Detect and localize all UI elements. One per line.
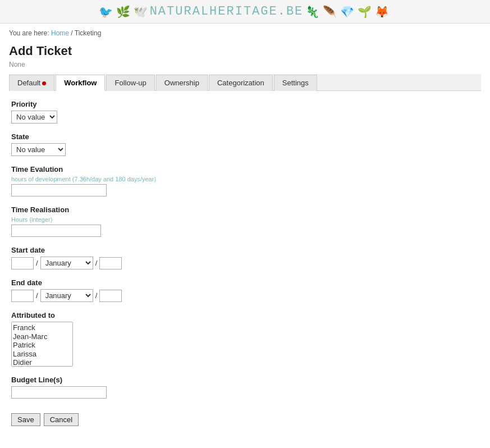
time-realisation-input[interactable] bbox=[11, 225, 101, 237]
time-evalution-input[interactable] bbox=[11, 184, 107, 196]
end-date-group: End date / January February March April … bbox=[11, 278, 479, 302]
tab-followup[interactable]: Follow-up bbox=[106, 75, 154, 91]
attributed-option-larissa: Larissa bbox=[13, 350, 71, 359]
attributed-option-patrick: Patrick bbox=[13, 341, 71, 350]
breadcrumb: You are here: Home / Ticketing bbox=[0, 24, 490, 40]
attributed-to-listbox[interactable]: Franck Jean-Marc Patrick Larissa Didier bbox=[11, 322, 73, 367]
start-date-year[interactable] bbox=[99, 257, 122, 269]
time-realisation-label: Time Realisation bbox=[11, 205, 479, 214]
button-row: Save Cancel bbox=[11, 408, 479, 426]
start-date-label: Start date bbox=[11, 246, 479, 254]
breadcrumb-label: You are here: bbox=[9, 29, 49, 37]
logo-icon-gem: 💎 bbox=[340, 5, 354, 19]
tab-categorization[interactable]: Categorization bbox=[209, 75, 273, 91]
priority-label: Priority bbox=[11, 100, 479, 108]
state-group: State No value Open In Progress Resolved… bbox=[11, 132, 479, 156]
save-button[interactable]: Save bbox=[11, 413, 40, 426]
logo-icons-right: 🦎 🪶 💎 🌱 🦊 bbox=[305, 5, 389, 19]
time-evalution-group: Time Evalution hours of development (7.3… bbox=[11, 165, 479, 196]
budget-lines-label: Budget Line(s) bbox=[11, 376, 479, 384]
start-date-row: / January February March April May June … bbox=[11, 257, 479, 269]
logo-icon-feather: 🪶 bbox=[323, 5, 337, 19]
logo-icon-wing: 🕊️ bbox=[134, 5, 148, 19]
tab-categorization-label: Categorization bbox=[217, 79, 264, 87]
end-date-sep1: / bbox=[36, 291, 38, 300]
tab-default-label: Default bbox=[17, 79, 40, 87]
attributed-option-jeanmarc: Jean-Marc bbox=[13, 332, 71, 341]
page-title: Add Ticket bbox=[0, 40, 490, 60]
logo-icon-bird1: 🐦 bbox=[99, 5, 113, 19]
state-select[interactable]: No value Open In Progress Resolved Close… bbox=[11, 143, 66, 156]
logo-icons: 🐦 🌿 🕊️ bbox=[99, 5, 148, 19]
tab-followup-label: Follow-up bbox=[115, 79, 146, 87]
tabs-container: Default Workflow Follow-up Ownership Cat… bbox=[9, 74, 481, 91]
attributed-option-franck: Franck bbox=[13, 323, 71, 332]
tab-default-dot bbox=[42, 81, 46, 85]
end-date-label: End date bbox=[11, 278, 479, 287]
header-inner: 🐦 🌿 🕊️ NATURALHERITAGE.BE 🦎 🪶 💎 🌱 🦊 bbox=[9, 4, 481, 19]
end-date-row: / January February March April May June … bbox=[11, 289, 479, 302]
tab-workflow-label: Workflow bbox=[64, 79, 97, 87]
logo-icon-plant: 🌱 bbox=[358, 5, 372, 19]
tab-settings-label: Settings bbox=[282, 79, 309, 87]
logo-icon-paw: 🦎 bbox=[305, 5, 319, 19]
priority-select[interactable]: No value Low Normal High Critical bbox=[11, 111, 57, 124]
logo-icon-leaf: 🌿 bbox=[116, 5, 130, 19]
start-date-day[interactable] bbox=[11, 257, 34, 269]
attributed-option-didier: Didier bbox=[13, 358, 71, 367]
cancel-button[interactable]: Cancel bbox=[44, 413, 79, 426]
time-evalution-label: Time Evalution bbox=[11, 165, 479, 173]
start-date-sep2: / bbox=[95, 259, 98, 267]
breadcrumb-home[interactable]: Home bbox=[51, 29, 69, 37]
end-date-year[interactable] bbox=[99, 290, 122, 302]
budget-lines-group: Budget Line(s) bbox=[11, 376, 479, 399]
form-area: Priority No value Low Normal High Critic… bbox=[0, 91, 490, 435]
tab-ownership[interactable]: Ownership bbox=[156, 75, 208, 91]
tab-ownership-label: Ownership bbox=[164, 79, 199, 87]
start-date-month[interactable]: January February March April May June Ju… bbox=[40, 257, 93, 269]
tab-default[interactable]: Default bbox=[9, 75, 54, 91]
tab-workflow[interactable]: Workflow bbox=[56, 75, 105, 91]
start-date-sep1: / bbox=[36, 259, 38, 267]
breadcrumb-current: Ticketing bbox=[75, 29, 102, 37]
end-date-day[interactable] bbox=[11, 290, 34, 302]
attributed-to-group: Attributed to Franck Jean-Marc Patrick L… bbox=[11, 311, 479, 367]
budget-lines-input[interactable] bbox=[11, 386, 107, 399]
priority-group: Priority No value Low Normal High Critic… bbox=[11, 100, 479, 124]
time-evalution-hint: hours of development (7.36h/day and 180 … bbox=[11, 176, 479, 182]
tab-settings[interactable]: Settings bbox=[274, 75, 317, 91]
time-realisation-group: Time Realisation Hours (integer) bbox=[11, 205, 479, 237]
logo-icon-fox: 🦊 bbox=[375, 5, 389, 19]
end-date-month[interactable]: January February March April May June Ju… bbox=[40, 289, 93, 302]
end-date-sep2: / bbox=[95, 291, 98, 300]
site-logo-text: NATURALHERITAGE.BE bbox=[150, 4, 304, 19]
page-subtitle: None bbox=[0, 60, 490, 74]
start-date-group: Start date / January February March Apri… bbox=[11, 246, 479, 269]
site-header: 🐦 🌿 🕊️ NATURALHERITAGE.BE 🦎 🪶 💎 🌱 🦊 bbox=[0, 0, 490, 24]
time-realisation-hint: Hours (integer) bbox=[11, 216, 479, 223]
attributed-to-label: Attributed to bbox=[11, 311, 479, 319]
state-label: State bbox=[11, 132, 479, 141]
